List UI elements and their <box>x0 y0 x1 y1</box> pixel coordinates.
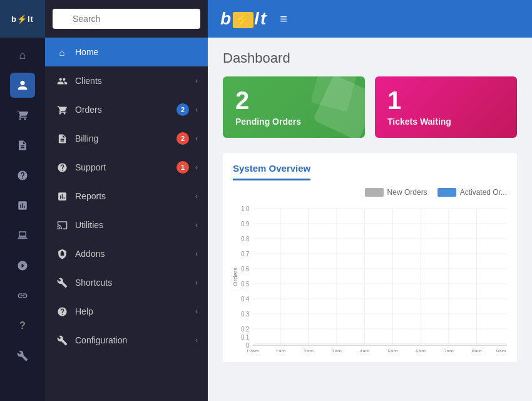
svg-text:0.3: 0.3 <box>241 311 249 318</box>
sidebar-icon-users[interactable] <box>10 73 35 98</box>
chevron-icon-clients: ‹ <box>195 76 198 85</box>
svg-text:0.2: 0.2 <box>241 326 249 333</box>
nav-item-addons[interactable]: Addons ‹ <box>45 239 208 268</box>
legend-label-new-orders: New Orders <box>387 188 427 197</box>
config-nav-icon <box>55 333 69 347</box>
utilities-nav-icon <box>55 218 69 232</box>
billing-badge: 2 <box>176 132 189 145</box>
sidebar-icon-cart[interactable] <box>10 103 35 128</box>
chevron-icon-reports: ‹ <box>195 192 198 200</box>
legend-item-new-orders: New Orders <box>365 188 427 197</box>
nav-item-shortcuts[interactable]: Shortcuts ‹ <box>45 268 208 297</box>
tickets-waiting-label: Tickets Waiting <box>387 117 504 127</box>
svg-text:2am: 2am <box>304 348 314 352</box>
sidebar-icon-support[interactable] <box>10 163 35 188</box>
legend-color-blue <box>437 188 456 197</box>
orders-badge: 2 <box>176 103 189 116</box>
chart-area: 1.0 0.9 0.8 0.7 0.6 0.5 0.4 0.3 0.2 0.1 … <box>233 202 507 352</box>
sidebar-icon-home[interactable]: ⌂ <box>10 43 35 68</box>
help-nav-icon <box>55 305 69 318</box>
svg-text:0.4: 0.4 <box>241 296 249 303</box>
nav-item-billing[interactable]: Billing 2 ‹ <box>45 124 208 153</box>
nav-item-clients[interactable]: Clients ‹ <box>45 66 208 95</box>
nav-label-home: Home <box>75 47 198 57</box>
nav-item-reports[interactable]: Reports ‹ <box>45 182 208 211</box>
nav-label-addons: Addons <box>75 249 193 259</box>
hamburger-button[interactable]: ≡ <box>280 12 287 26</box>
reports-nav-icon <box>55 189 69 203</box>
nav-label-reports: Reports <box>75 191 193 201</box>
nav-label-orders: Orders <box>75 105 176 115</box>
svg-text:0.6: 0.6 <box>241 266 249 273</box>
svg-text:8am: 8am <box>471 348 481 352</box>
nav-item-orders[interactable]: Orders 2 ‹ <box>45 95 208 124</box>
nav-label-billing: Billing <box>75 133 176 143</box>
chevron-icon-orders: ‹ <box>195 105 198 114</box>
nav-item-home[interactable]: ⌂ Home <box>45 38 208 66</box>
overview-section: System Overview New Orders Activated Or.… <box>223 153 517 362</box>
sidebar-icon-billing[interactable] <box>10 133 35 158</box>
chevron-icon-help: ‹ <box>195 307 198 316</box>
legend-label-activated: Activated Or... <box>460 188 507 197</box>
chevron-icon-support: ‹ <box>195 163 198 172</box>
pending-orders-card: 2 Pending Orders <box>223 76 365 138</box>
chevron-icon-shortcuts: ‹ <box>195 278 198 287</box>
nav-label-configuration: Configuration <box>75 335 193 345</box>
svg-text:0.1: 0.1 <box>241 334 249 341</box>
logo-small-area: b⚡lt <box>0 0 45 38</box>
tickets-waiting-number: 1 <box>387 88 504 113</box>
content-area: Dashboard 2 Pending Orders 1 Tickets Wai… <box>208 38 532 401</box>
nav-item-help[interactable]: Help ‹ <box>45 297 208 326</box>
chevron-icon-configuration: ‹ <box>195 336 198 345</box>
search-input[interactable] <box>53 9 200 29</box>
svg-text:Orders: Orders <box>233 268 238 286</box>
logo-small: b⚡lt <box>11 14 34 24</box>
bolt-logo: b⚡lt <box>220 9 267 29</box>
nav-sidebar: ⌂ Home Clients ‹ Orders 2 ‹ Billing 2 ‹ <box>45 0 208 401</box>
addons-nav-icon <box>55 247 69 261</box>
sidebar-icon-server[interactable] <box>10 223 35 248</box>
legend-color-gray <box>365 188 384 197</box>
chevron-icon-billing: ‹ <box>195 134 198 143</box>
clients-nav-icon <box>55 74 69 88</box>
nav-label-help: Help <box>75 306 193 316</box>
chart-svg: 1.0 0.9 0.8 0.7 0.6 0.5 0.4 0.3 0.2 0.1 … <box>233 202 507 352</box>
svg-text:0.5: 0.5 <box>241 281 249 288</box>
svg-text:1am: 1am <box>275 348 285 352</box>
sidebar-icon-reports[interactable] <box>10 193 35 218</box>
icon-sidebar: b⚡lt ⌂ ? <box>0 0 45 401</box>
nav-label-support: Support <box>75 162 176 172</box>
main-content: b⚡lt ≡ Dashboard 2 Pending Orders 1 Tick… <box>208 0 532 401</box>
svg-text:0.7: 0.7 <box>241 251 249 258</box>
page-title: Dashboard <box>223 50 517 66</box>
svg-text:6am: 6am <box>416 348 426 352</box>
nav-label-utilities: Utilities <box>75 220 193 230</box>
svg-text:3am: 3am <box>332 348 342 352</box>
svg-text:1.0: 1.0 <box>241 206 249 213</box>
nav-label-shortcuts: Shortcuts <box>75 278 193 288</box>
sidebar-icon-help[interactable]: ? <box>10 313 35 338</box>
orders-nav-icon <box>55 103 69 117</box>
chevron-icon-addons: ‹ <box>195 249 198 258</box>
svg-text:4am: 4am <box>359 348 369 352</box>
nav-item-configuration[interactable]: Configuration ‹ <box>45 326 208 355</box>
overview-title: System Overview <box>233 163 310 180</box>
nav-label-clients: Clients <box>75 76 193 86</box>
nav-item-support[interactable]: Support 1 ‹ <box>45 153 208 182</box>
shortcuts-nav-icon <box>55 276 69 289</box>
dashboard-cards: 2 Pending Orders 1 Tickets Waiting <box>223 76 517 138</box>
svg-text:9am: 9am <box>496 348 506 352</box>
svg-text:5am: 5am <box>387 348 397 352</box>
svg-text:7am: 7am <box>444 348 454 352</box>
sidebar-icon-addons[interactable] <box>10 253 35 278</box>
top-bar: b⚡lt ≡ <box>208 0 532 38</box>
chevron-icon-utilities: ‹ <box>195 221 198 229</box>
tickets-waiting-card: 1 Tickets Waiting <box>375 76 517 138</box>
support-nav-icon <box>55 160 69 174</box>
home-nav-icon: ⌂ <box>55 45 69 59</box>
svg-text:0.8: 0.8 <box>241 236 249 243</box>
billing-nav-icon <box>55 132 69 145</box>
sidebar-icon-links[interactable] <box>10 283 35 308</box>
sidebar-icon-tools[interactable] <box>10 343 35 368</box>
nav-item-utilities[interactable]: Utilities ‹ <box>45 211 208 239</box>
